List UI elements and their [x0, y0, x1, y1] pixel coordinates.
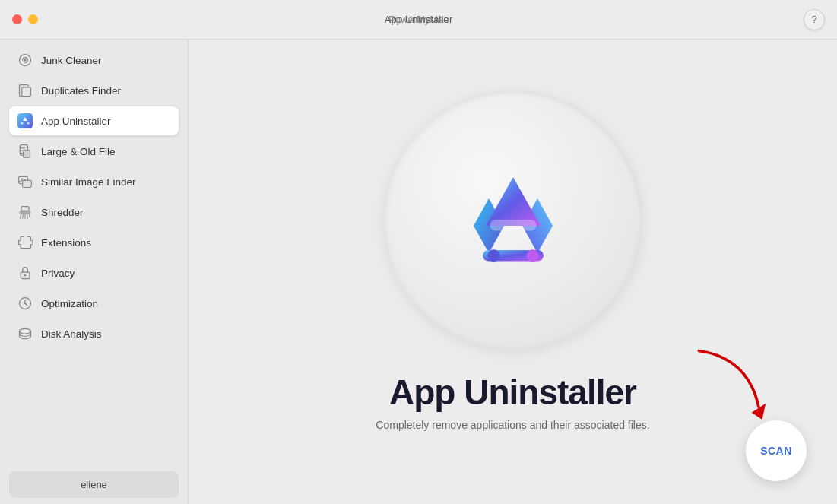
svg-rect-11: [21, 207, 29, 211]
sidebar-item-similar-image-finder[interactable]: Similar Image Finder: [9, 167, 179, 196]
svg-point-8: [21, 178, 24, 180]
sidebar-item-app-uninstaller[interactable]: App Uninstaller: [9, 106, 179, 135]
feature-title: App Uninstaller: [376, 372, 649, 413]
arrow-svg: [685, 337, 776, 428]
sidebar-item-label: Extensions: [41, 237, 91, 249]
help-button[interactable]: ?: [804, 9, 825, 30]
title-bar: PowerMyMac App Uninstaller ?: [0, 0, 837, 40]
sidebar-item-label: Similar Image Finder: [41, 176, 136, 188]
svg-rect-3: [22, 87, 31, 97]
sidebar: Junk Cleaner Duplicates Finder: [0, 40, 189, 504]
sidebar-item-label: Large & Old File: [41, 146, 116, 157]
svg-point-16: [20, 328, 31, 334]
app-icon: [17, 113, 33, 129]
sidebar-item-disk-analysis[interactable]: Disk Analysis: [9, 319, 179, 348]
sidebar-item-label: Disk Analysis: [41, 328, 102, 340]
sidebar-item-extensions[interactable]: Extensions: [9, 228, 179, 257]
svg-rect-10: [20, 211, 31, 214]
junk-icon: [17, 52, 33, 68]
section-title: App Uninstaller: [385, 14, 453, 25]
app-store-svg: [452, 159, 574, 281]
scan-button[interactable]: SCAN: [746, 420, 807, 481]
privacy-icon: [17, 265, 33, 281]
svg-point-15: [24, 303, 27, 305]
sidebar-item-shredder[interactable]: Shredder: [9, 198, 179, 227]
main-content: Junk Cleaner Duplicates Finder: [0, 40, 837, 504]
sidebar-item-label: Privacy: [41, 268, 75, 279]
feature-info: App Uninstaller Completely remove applic…: [376, 372, 649, 431]
minimize-button[interactable]: [28, 14, 38, 24]
user-button[interactable]: eliene: [9, 471, 179, 498]
sidebar-item-label: Shredder: [41, 207, 84, 218]
sidebar-bottom: eliene: [9, 465, 179, 498]
extensions-icon: [17, 234, 33, 251]
file-icon: [17, 143, 33, 160]
svg-marker-21: [752, 404, 766, 420]
svg-rect-9: [23, 180, 32, 187]
svg-rect-6: [24, 150, 30, 157]
shredder-icon: [17, 204, 33, 220]
sidebar-item-optimization[interactable]: Optimization: [9, 289, 179, 318]
svg-rect-20: [490, 220, 536, 230]
sidebar-item-junk-cleaner[interactable]: Junk Cleaner: [9, 46, 179, 74]
sidebar-item-label: Duplicates Finder: [41, 85, 121, 97]
sidebar-item-duplicates-finder[interactable]: Duplicates Finder: [9, 76, 179, 105]
sidebar-item-label: App Uninstaller: [41, 116, 111, 127]
image-icon: [17, 173, 33, 190]
sidebar-item-large-old-file[interactable]: Large & Old File: [9, 137, 179, 166]
optimization-icon: [17, 295, 33, 312]
sidebar-item-label: Junk Cleaner: [41, 55, 102, 66]
sidebar-item-privacy[interactable]: Privacy: [9, 258, 179, 287]
svg-point-18: [487, 249, 499, 262]
close-button[interactable]: [12, 14, 22, 24]
svg-point-13: [24, 274, 27, 277]
disk-icon: [17, 325, 33, 342]
content-area: App Uninstaller Completely remove applic…: [189, 40, 837, 504]
svg-point-19: [526, 249, 538, 262]
svg-point-1: [24, 59, 26, 61]
arrow-container: [685, 337, 776, 428]
traffic-lights: [12, 14, 38, 24]
duplicate-icon: [17, 82, 33, 99]
feature-icon-circle: [384, 90, 642, 349]
sidebar-item-label: Optimization: [41, 298, 98, 309]
feature-desc: Completely remove applications and their…: [376, 419, 649, 431]
